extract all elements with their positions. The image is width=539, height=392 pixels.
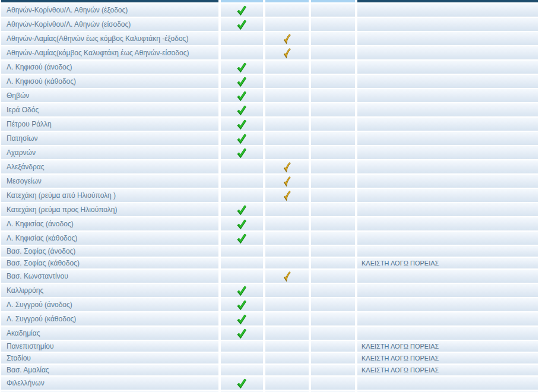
status-moderate-cell [265, 160, 309, 173]
remark-cell [357, 61, 538, 74]
check-icon-green [236, 204, 248, 216]
status-normal-cell [221, 118, 263, 131]
status-normal-cell [221, 89, 263, 102]
remark-cell [357, 46, 538, 59]
table-body: Αθηνών-Κορίνθου/Λ. Αθηνών (έξοδος)Αθηνών… [1, 4, 538, 392]
status-normal-cell [221, 284, 263, 297]
status-normal-cell [221, 341, 263, 352]
remark-cell [357, 160, 538, 173]
road-name-cell: Λ. Συγγρού (κάθοδος) [1, 312, 218, 325]
status-heavy-cell [311, 284, 355, 297]
road-name-cell: Ακαδημίας [1, 327, 218, 340]
header-cell-road [1, 0, 218, 2]
road-name-cell: Μεσογείων [1, 175, 218, 188]
road-name-cell: Κατεχάκη (ρεύμα προς Ηλιούπολη) [1, 203, 218, 216]
table-row: Λ. Συγγρού (άνοδος) [1, 298, 538, 311]
status-moderate-cell [265, 132, 309, 145]
road-name-cell: Αθηνών-Λαμίας(κόμβος Καλυφτάκη έως Αθηνώ… [1, 46, 218, 59]
status-heavy-cell [311, 365, 355, 375]
status-normal-cell [221, 75, 263, 88]
remark-cell [357, 327, 538, 340]
status-normal-cell [221, 46, 263, 59]
status-heavy-cell [311, 341, 355, 352]
table-row: Βασ. Σοφίας (κάθοδος)ΚΛΕΙΣΤΗ ΛΟΓΩ ΠΟΡΕΙΑ… [1, 258, 538, 268]
status-moderate-cell [265, 89, 309, 102]
header-cell-remarks [357, 0, 538, 2]
check-icon-green [236, 299, 248, 311]
remark-cell [357, 270, 538, 283]
road-name-cell: Πέτρου Ράλλη [1, 118, 218, 131]
status-normal-cell [221, 270, 263, 283]
status-normal-cell [221, 18, 263, 31]
remark-cell [357, 146, 538, 159]
remark-cell [357, 175, 538, 188]
remark-cell [357, 217, 538, 230]
remark-cell: ΚΛΕΙΣΤΗ ΛΟΓΩ ΠΟΡΕΙΑΣ [357, 353, 538, 363]
check-icon-green [236, 328, 248, 339]
table-row: Αθηνών-Κορίνθου/Λ. Αθηνών (έξοδος) [1, 4, 538, 17]
remark-cell: ΚΛΕΙΣΤΗ ΛΟΓΩ ΠΟΡΕΙΑΣ [357, 365, 538, 375]
status-moderate-cell [265, 18, 309, 31]
check-icon-yellow [282, 162, 292, 173]
status-normal-cell [221, 175, 263, 188]
road-name-cell: Λ. Κηφισού (κάθοδος) [1, 75, 218, 88]
status-moderate-cell [265, 46, 309, 59]
status-normal-cell [221, 365, 263, 375]
status-heavy-cell [311, 189, 355, 202]
road-name-cell: Αλεξάνδρας [1, 160, 218, 173]
remark-cell [357, 132, 538, 145]
remark-cell [357, 284, 538, 297]
status-heavy-cell [311, 132, 355, 145]
road-name-cell: Βασ. Σοφίας (κάθοδος) [1, 258, 218, 268]
remark-cell [357, 18, 538, 31]
status-moderate-cell [265, 61, 309, 74]
table-row: Πατησίων [1, 132, 538, 145]
status-normal-cell [221, 61, 263, 74]
check-icon-green [236, 19, 248, 30]
status-moderate-cell [265, 4, 309, 17]
status-moderate-cell [265, 32, 309, 45]
traffic-status-table: Αθηνών-Κορίνθου/Λ. Αθηνών (έξοδος)Αθηνών… [0, 0, 539, 392]
status-heavy-cell [311, 327, 355, 340]
road-name-cell: Βασ. Κωνσταντίνου [1, 270, 218, 283]
road-name-cell: Αχαρνών [1, 146, 218, 159]
remark-cell: ΚΛΕΙΣΤΗ ΛΟΓΩ ΠΟΡΕΙΑΣ [357, 258, 538, 268]
check-icon-green [236, 5, 248, 16]
table-row: Αχαρνών [1, 146, 538, 159]
road-name-cell: Ιερά Οδός [1, 103, 218, 116]
check-icon-yellow [282, 190, 292, 201]
status-heavy-cell [311, 18, 355, 31]
status-heavy-cell [311, 118, 355, 131]
table-row: Φιλελλήνων [1, 377, 538, 390]
status-normal-cell [221, 298, 263, 311]
status-heavy-cell [311, 32, 355, 45]
road-name-cell: Πανεπιστημίου [1, 341, 218, 352]
status-heavy-cell [311, 270, 355, 283]
status-moderate-cell [265, 377, 309, 390]
check-icon-yellow [282, 33, 292, 45]
status-moderate-cell [265, 298, 309, 311]
remark-cell [357, 189, 538, 202]
check-icon-green [236, 314, 248, 325]
status-normal-cell [221, 217, 263, 230]
status-moderate-cell [265, 341, 309, 352]
status-normal-cell [221, 377, 263, 390]
check-icon-green [236, 233, 248, 244]
road-name-cell: Βασ. Αμαλίας [1, 365, 218, 375]
status-normal-cell [221, 4, 263, 17]
header-cell-status-normal [221, 0, 263, 2]
check-icon-green [236, 90, 248, 102]
table-row: Ιερά Οδός [1, 103, 538, 116]
status-heavy-cell [311, 46, 355, 59]
status-heavy-cell [311, 246, 355, 257]
table-row: Ακαδημίας [1, 327, 538, 340]
table-row: Αλεξάνδρας [1, 160, 538, 173]
status-normal-cell [221, 160, 263, 173]
status-heavy-cell [311, 258, 355, 268]
status-normal-cell [221, 146, 263, 159]
remark-cell [357, 103, 538, 116]
check-icon-green [236, 133, 248, 144]
remark-cell [357, 32, 538, 45]
status-heavy-cell [311, 312, 355, 325]
table-row: Λ. Συγγρού (κάθοδος) [1, 312, 538, 325]
